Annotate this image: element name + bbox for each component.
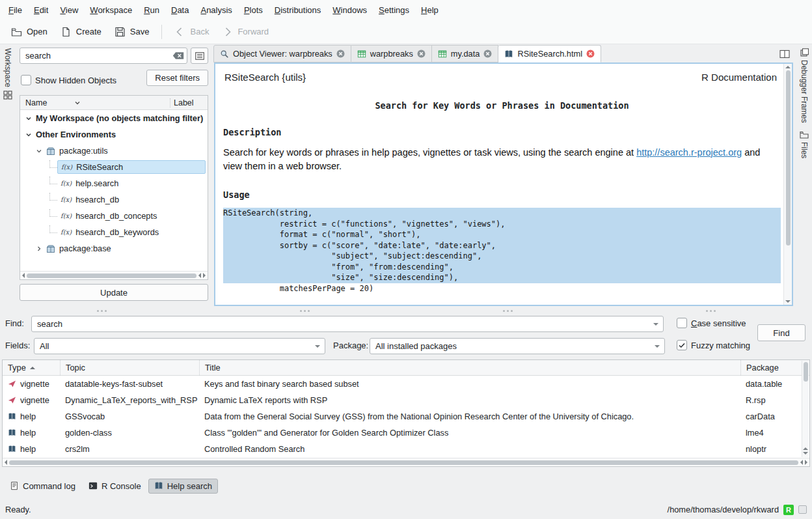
menu-settings[interactable]: Settings (373, 2, 415, 18)
menu-view[interactable]: View (54, 2, 84, 18)
horizontal-splitter[interactable] (0, 307, 812, 314)
menu-run[interactable]: Run (138, 2, 165, 18)
clear-search-icon[interactable] (172, 51, 184, 60)
tab-object-viewer-warpbreaks[interactable]: Object Viewer: warpbreaks (213, 45, 351, 63)
scroll-up-icon[interactable] (803, 447, 808, 450)
fuzzy-matching-checkbox[interactable] (677, 340, 687, 350)
menu-plots[interactable]: Plots (238, 2, 269, 18)
scroll-right-icon[interactable] (203, 273, 206, 278)
menu-windows[interactable]: Windows (327, 2, 373, 18)
column-name[interactable]: Name (20, 98, 170, 107)
result-row[interactable]: help crs2lm Controlled Random Search nlo… (3, 441, 809, 457)
close-tab-icon[interactable] (417, 49, 426, 58)
result-package: R.rsp (746, 395, 766, 405)
menu-workspace[interactable]: Workspace (84, 2, 138, 18)
toolbar-separator (161, 25, 162, 39)
save-button[interactable]: Save (109, 23, 156, 41)
workspace-search-input[interactable] (20, 48, 187, 64)
menu-analysis[interactable]: Analysis (195, 2, 237, 18)
scroll-right-icon[interactable] (805, 460, 807, 465)
scroll-left-icon[interactable] (22, 273, 25, 278)
back-button[interactable]: Back (169, 23, 215, 41)
tool-r-console[interactable]: R Console (83, 479, 147, 494)
results-horizontal-scrollbar[interactable] (3, 458, 809, 466)
close-tab-icon-modified[interactable] (586, 49, 595, 58)
split-view-icon[interactable] (779, 49, 790, 59)
document-vertical-scrollbar[interactable] (783, 64, 792, 305)
search-r-project-link[interactable]: http://search.r-project.org (636, 147, 742, 158)
close-tab-icon[interactable] (483, 49, 492, 58)
results-header: Type Topic Title Package (3, 360, 809, 376)
update-button[interactable]: Update (20, 284, 208, 301)
scroll-down-icon[interactable] (803, 452, 808, 455)
fuzzy-matching-checkbox-row[interactable]: Fuzzy matching (677, 340, 750, 350)
case-sensitive-checkbox-row[interactable]: Case sensitive (677, 318, 746, 328)
tree-item-hsearch-db[interactable]: f(x) hsearch_db (20, 191, 208, 208)
result-row[interactable]: help GSSvocab Data from the General Soci… (3, 408, 809, 425)
header-type[interactable]: Type (3, 360, 60, 375)
filter-options-button[interactable] (191, 48, 208, 64)
find-button[interactable]: Find (757, 324, 805, 341)
tree-horizontal-scrollbar[interactable] (20, 271, 208, 279)
forward-button[interactable]: Forward (216, 23, 275, 41)
tree-item-my-workspace[interactable]: My Workspace (no objects matching filter… (20, 110, 208, 126)
r-engine-status-icon[interactable]: R (783, 505, 794, 515)
results-vertical-scrollbar[interactable] (802, 361, 809, 457)
open-button[interactable]: Open (5, 23, 53, 41)
tab-warpbreaks[interactable]: warpbreaks (351, 45, 432, 63)
scrollbar-thumb[interactable] (27, 274, 196, 278)
scroll-up-icon[interactable] (785, 66, 791, 68)
tree-item-package-utils[interactable]: package:utils (20, 143, 208, 159)
collapsed-chevron-icon (36, 245, 42, 252)
fields-combobox[interactable]: All (34, 338, 325, 354)
result-title: Data from the General Social Survey (GSS… (204, 412, 634, 421)
scroll-left-icon[interactable] (198, 273, 201, 278)
tree-item-other-environments[interactable]: Other Environments (20, 126, 208, 143)
tree-connector (49, 209, 57, 217)
menu-distributions[interactable]: Distributions (269, 2, 327, 18)
tab-rsitesearch-html[interactable]: RSiteSearch.html (498, 45, 601, 63)
menu-edit[interactable]: Edit (28, 2, 54, 18)
tab-my-data[interactable]: my.data (432, 45, 499, 63)
tree-item-package-base[interactable]: package:base (20, 240, 208, 257)
create-button[interactable]: Create (55, 23, 107, 41)
case-sensitive-checkbox[interactable] (677, 318, 687, 328)
debugger-frames-label: Debugger Frames (800, 60, 809, 123)
show-hidden-checkbox[interactable] (21, 75, 31, 85)
object-tree: Name Label My Workspace (no objects matc… (20, 95, 208, 280)
scrollbar-thumb[interactable] (804, 362, 808, 382)
column-label[interactable]: Label (170, 98, 208, 107)
header-package[interactable]: Package (740, 360, 809, 375)
tree-item-label: Other Environments (36, 130, 116, 139)
files-icon (800, 131, 809, 139)
scrollbar-thumb[interactable] (786, 70, 791, 245)
tree-item-hsearch-db-concepts[interactable]: f(x) hsearch_db_concepts (20, 208, 208, 224)
dock-tab-files[interactable]: Files (800, 127, 809, 162)
tree-item-help-search[interactable]: f(x) help.search (20, 175, 208, 191)
tree-item-hsearch-db-keywords[interactable]: f(x) hsearch_db_keywords (20, 224, 208, 240)
scroll-left-icon[interactable] (5, 460, 7, 465)
scroll-left-icon[interactable] (800, 460, 803, 465)
header-topic[interactable]: Topic (60, 360, 199, 375)
tool-help-search[interactable]: Help search (148, 479, 218, 494)
dock-tab-debugger-frames[interactable]: Debugger Frames (800, 44, 809, 127)
scroll-down-icon[interactable] (785, 300, 791, 303)
scrollbar-thumb[interactable] (9, 460, 798, 465)
menu-file[interactable]: File (3, 2, 28, 18)
result-row[interactable]: vignette datatable-keys-fast-subset Keys… (3, 376, 809, 392)
package-combobox[interactable]: All installed packages (370, 338, 665, 354)
tab-label: RSiteSearch.html (517, 49, 582, 59)
result-row[interactable]: vignette Dynamic_LaTeX_reports_with_RSP … (3, 392, 809, 408)
result-title: Class "'golden'" and Generator for Golde… (204, 428, 448, 438)
dock-tab-workspace[interactable]: Workspace (3, 44, 12, 104)
close-tab-icon[interactable] (336, 49, 345, 58)
tree-item-rsitesearch[interactable]: f(x) RSiteSearch (20, 159, 208, 175)
find-combobox[interactable]: search (31, 316, 664, 332)
result-row[interactable]: help golden-class Class "'golden'" and G… (3, 425, 809, 441)
reset-filters-button[interactable]: Reset filters (146, 70, 208, 86)
menu-help[interactable]: Help (415, 2, 444, 18)
header-title[interactable]: Title (199, 360, 740, 375)
menu-data[interactable]: Data (165, 2, 195, 18)
selected-code: RSiteSearch(string, restrict = c("functi… (223, 208, 781, 283)
tool-command-log[interactable]: Command log (4, 479, 81, 494)
